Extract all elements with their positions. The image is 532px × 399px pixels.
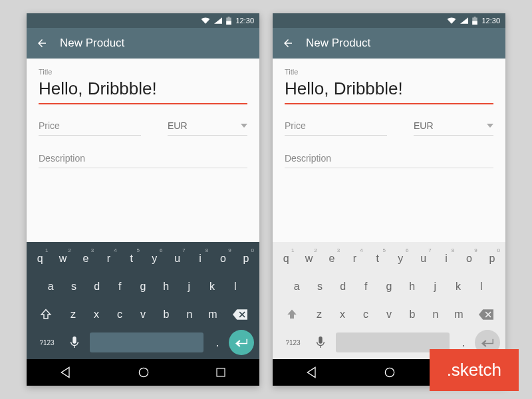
key-x[interactable]: x	[332, 302, 354, 327]
period-key[interactable]: .	[452, 336, 475, 350]
key-g[interactable]: g	[378, 274, 400, 299]
key-k[interactable]: k	[448, 274, 469, 299]
app-bar: New Product	[273, 28, 505, 59]
key-t[interactable]: t5	[121, 246, 142, 271]
backspace-key[interactable]	[471, 302, 501, 327]
title-underline	[285, 103, 493, 104]
key-f[interactable]: f	[109, 274, 131, 299]
back-arrow-icon[interactable]	[282, 37, 294, 49]
description-input[interactable]: Description	[39, 153, 247, 168]
shift-key[interactable]	[31, 302, 61, 327]
key-y[interactable]: y6	[144, 246, 165, 271]
dropdown-icon	[487, 124, 493, 128]
key-r[interactable]: r4	[344, 246, 365, 271]
key-x[interactable]: x	[86, 302, 108, 327]
currency-select[interactable]: EUR	[414, 120, 493, 136]
currency-value: EUR	[168, 120, 188, 131]
key-n[interactable]: n	[425, 302, 447, 327]
key-b[interactable]: b	[402, 302, 424, 327]
svg-point-1	[139, 368, 148, 376]
mic-key[interactable]	[308, 336, 333, 348]
space-key[interactable]	[90, 332, 203, 352]
shift-key[interactable]	[277, 302, 307, 327]
nav-back-icon[interactable]	[59, 366, 72, 379]
title-label: Title	[39, 68, 247, 76]
key-w[interactable]: w2	[298, 246, 319, 271]
phone-light-keyboard: 12:30 New Product Title Hello, Dribbble!…	[273, 13, 505, 386]
key-h[interactable]: h	[155, 274, 177, 299]
key-u[interactable]: u7	[166, 246, 188, 271]
key-k[interactable]: k	[201, 274, 223, 299]
key-d[interactable]: d	[86, 274, 108, 299]
key-m[interactable]: m	[448, 302, 470, 327]
nav-home-icon[interactable]	[137, 366, 150, 379]
svg-rect-2	[217, 368, 225, 376]
nav-back-icon[interactable]	[305, 366, 319, 379]
keyboard-row-1: q1w2e3r4t5y6u7i8o9p0	[275, 246, 503, 271]
key-p[interactable]: p0	[481, 246, 503, 271]
key-a[interactable]: a	[40, 274, 62, 299]
key-o[interactable]: o9	[212, 246, 233, 271]
svg-point-4	[385, 368, 394, 376]
title-underline	[39, 103, 247, 104]
key-l[interactable]: l	[470, 274, 492, 299]
key-q[interactable]: q1	[275, 246, 297, 271]
key-v[interactable]: v	[378, 302, 400, 327]
svg-rect-3	[319, 336, 322, 344]
key-i[interactable]: i8	[190, 246, 211, 271]
page-title: New Product	[306, 37, 370, 50]
status-bar: 12:30	[273, 13, 505, 28]
key-v[interactable]: v	[132, 302, 154, 327]
key-p[interactable]: p0	[235, 246, 257, 271]
key-a[interactable]: a	[286, 274, 308, 299]
key-z[interactable]: z	[309, 302, 331, 327]
key-o[interactable]: o9	[458, 246, 479, 271]
enter-key[interactable]	[229, 330, 254, 355]
back-arrow-icon[interactable]	[36, 37, 48, 49]
key-i[interactable]: i8	[436, 246, 457, 271]
key-e[interactable]: e3	[321, 246, 342, 271]
nav-home-icon[interactable]	[383, 366, 396, 379]
key-u[interactable]: u7	[412, 246, 434, 271]
currency-select[interactable]: EUR	[168, 120, 247, 136]
signal-icon	[214, 17, 222, 24]
title-input[interactable]: Hello, Dribbble!	[39, 76, 247, 103]
key-y[interactable]: y6	[390, 246, 411, 271]
key-h[interactable]: h	[401, 274, 423, 299]
keyboard-row-2: asdfghjkl	[29, 274, 257, 299]
symbols-key[interactable]: ?123	[278, 330, 308, 355]
title-input[interactable]: Hello, Dribbble!	[285, 76, 493, 103]
keyboard-dark: q1w2e3r4t5y6u7i8o9p0 asdfghjkl zxcvbnm ?…	[27, 242, 259, 359]
key-z[interactable]: z	[63, 302, 84, 327]
key-q[interactable]: q1	[29, 246, 51, 271]
key-t[interactable]: t5	[367, 246, 388, 271]
backspace-key[interactable]	[225, 302, 255, 327]
key-d[interactable]: d	[332, 274, 354, 299]
key-b[interactable]: b	[156, 302, 178, 327]
period-key[interactable]: .	[206, 336, 229, 350]
description-input[interactable]: Description	[285, 153, 493, 168]
key-g[interactable]: g	[132, 274, 154, 299]
status-time: 12:30	[235, 17, 254, 25]
key-s[interactable]: s	[63, 274, 85, 299]
key-j[interactable]: j	[178, 274, 200, 299]
price-input[interactable]: Price	[285, 120, 387, 136]
price-input[interactable]: Price	[39, 120, 141, 136]
key-f[interactable]: f	[355, 274, 377, 299]
symbols-key[interactable]: ?123	[32, 330, 62, 355]
nav-recent-icon[interactable]	[215, 366, 227, 378]
key-e[interactable]: e3	[75, 246, 96, 271]
key-w[interactable]: w2	[52, 246, 73, 271]
key-l[interactable]: l	[224, 274, 246, 299]
app-bar: New Product	[27, 28, 259, 59]
key-c[interactable]: c	[109, 302, 131, 327]
key-c[interactable]: c	[355, 302, 377, 327]
status-time: 12:30	[481, 17, 500, 25]
mic-key[interactable]	[62, 336, 87, 348]
key-s[interactable]: s	[309, 274, 331, 299]
key-n[interactable]: n	[179, 302, 201, 327]
key-j[interactable]: j	[424, 274, 446, 299]
key-r[interactable]: r4	[98, 246, 119, 271]
key-m[interactable]: m	[202, 302, 224, 327]
currency-value: EUR	[414, 120, 434, 131]
